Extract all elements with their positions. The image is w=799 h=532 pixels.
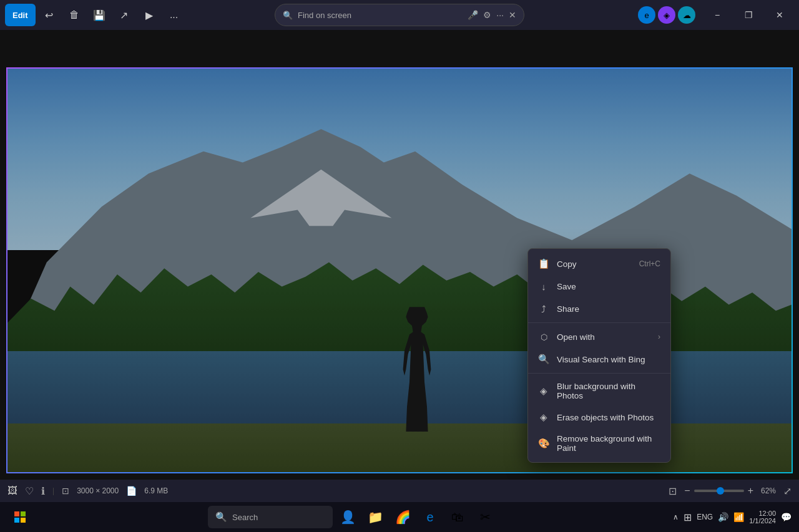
settings-icon[interactable]: ⚙ — [483, 10, 491, 20]
taskbar-search-text: Search — [232, 513, 258, 522]
context-menu-divider-2 — [528, 373, 670, 374]
view-mode-icon[interactable]: ⊡ — [669, 485, 677, 497]
blur-bg-label: Blur background with Photos — [557, 382, 660, 400]
save-button[interactable]: 💾 — [88, 4, 110, 26]
favorites-icon[interactable]: ♡ — [25, 485, 34, 497]
main-photo-area: 📋 Copy Ctrl+C ↓ Save ⤴ Share ⬡ Open with… — [0, 30, 799, 480]
mic-icon[interactable]: 🎤 — [468, 10, 478, 20]
taskbar-photos[interactable]: 🌈 — [390, 505, 415, 530]
context-menu-save[interactable]: ↓ Save — [528, 275, 670, 297]
erase-objects-label: Erase objects with Photos — [557, 413, 654, 422]
separator-1: | — [52, 486, 54, 495]
search-icon: 🔍 — [283, 11, 293, 20]
taskbar: 🔍 Search 👤 📁 🌈 e 🛍 ✂ ∧ ⊞ ENG 🔊 📶 12:001/… — [0, 502, 799, 532]
context-menu-blur-bg[interactable]: ◈ Blur background with Photos — [528, 376, 670, 406]
photo-container[interactable] — [6, 67, 793, 473]
share-label: Share — [557, 304, 579, 314]
zoom-thumb — [717, 487, 724, 495]
visual-search-label: Visual Search with Bing — [557, 355, 645, 364]
taskbar-edge[interactable]: e — [418, 505, 443, 530]
share-button[interactable]: ↗ — [113, 4, 135, 26]
copy-shortcut: Ctrl+C — [639, 259, 660, 268]
system-tray: ∧ ⊞ ENG 🔊 📶 12:001/1/2024 💬 — [673, 510, 792, 525]
zoom-in-button[interactable]: + — [748, 485, 753, 496]
tray-language[interactable]: ENG — [697, 513, 713, 521]
info-icon[interactable]: ℹ — [41, 485, 45, 497]
context-menu-share[interactable]: ⤴ Share — [528, 297, 670, 320]
tray-speaker[interactable]: 🔊 — [718, 512, 728, 522]
open-with-label: Open with — [557, 332, 595, 342]
taskbar-search-icon: 🔍 — [215, 511, 227, 523]
copy-icon: 📋 — [538, 258, 549, 269]
minimize-button[interactable]: − — [703, 4, 732, 26]
slideshow-button[interactable]: ▶ — [138, 4, 160, 26]
dimensions-icon: ⊡ — [62, 486, 69, 496]
context-menu: 📋 Copy Ctrl+C ↓ Save ⤴ Share ⬡ Open with… — [527, 248, 671, 463]
find-on-screen-bar[interactable]: 🔍 Find on screen 🎤 ⚙ ··· ✕ — [275, 4, 524, 26]
edit-button[interactable]: Edit — [5, 4, 36, 26]
edge-icon: e — [638, 6, 655, 24]
taskbar-left — [7, 505, 32, 530]
tray-widgets[interactable]: ⊞ — [684, 511, 692, 523]
tray-network[interactable]: 📶 — [733, 512, 744, 522]
remove-bg-label: Remove background with Paint — [557, 434, 660, 453]
photo-scene — [7, 69, 792, 472]
titlebar-right: e ◈ ☁ − ❐ ✕ — [638, 4, 794, 26]
context-menu-copy[interactable]: 📋 Copy Ctrl+C — [528, 253, 670, 275]
taskbar-store[interactable]: 🛍 — [445, 505, 470, 530]
taskbar-avatar[interactable]: 👤 — [335, 505, 360, 530]
maximize-button[interactable]: ❐ — [734, 4, 763, 26]
more-button[interactable]: ... — [163, 4, 185, 26]
search-bar-icons: 🎤 ⚙ ··· ✕ — [468, 10, 516, 20]
svg-rect-0 — [14, 511, 19, 516]
save-icon: ↓ — [538, 281, 549, 292]
blur-bg-icon: ◈ — [538, 385, 549, 397]
zoom-level: 62% — [761, 486, 776, 495]
status-bar: 🖼 ♡ ℹ | ⊡ 3000 × 2000 📄 6.9 MB ⊡ − + 62%… — [0, 480, 799, 502]
close-button[interactable]: ✕ — [765, 4, 794, 26]
share-icon: ⤴ — [538, 303, 549, 314]
paint-icon: 🎨 — [538, 438, 549, 449]
zoom-control[interactable]: − + — [684, 485, 753, 496]
title-bar: Edit ↩ 🗑 💾 ↗ ▶ ... 🔍 Find on screen 🎤 ⚙ … — [0, 0, 799, 30]
system-icons: e ◈ ☁ — [638, 6, 695, 24]
undo-button[interactable]: ↩ — [38, 4, 61, 26]
taskbar-center: 🔍 Search 👤 📁 🌈 e 🛍 ✂ — [32, 505, 673, 530]
taskbar-search[interactable]: 🔍 Search — [208, 506, 333, 528]
erase-icon: ◈ — [538, 412, 549, 423]
gallery-icon: 🖼 — [7, 485, 17, 496]
visual-search-icon: 🔍 — [538, 354, 549, 365]
context-menu-erase-objects[interactable]: ◈ Erase objects with Photos — [528, 406, 670, 428]
save-label: Save — [557, 282, 576, 291]
tray-time: 12:001/1/2024 — [749, 510, 776, 525]
titlebar-center: 🔍 Find on screen 🎤 ⚙ ··· ✕ — [275, 4, 524, 26]
windows-start-button[interactable] — [7, 505, 32, 530]
svg-rect-1 — [21, 511, 26, 516]
statusbar-right: ⊡ − + 62% ⤢ — [669, 485, 792, 497]
svg-rect-2 — [14, 518, 19, 523]
image-dimensions: 3000 × 2000 — [77, 486, 119, 495]
zoom-out-button[interactable]: − — [684, 485, 690, 496]
context-menu-divider-1 — [528, 322, 670, 323]
context-menu-remove-bg[interactable]: 🎨 Remove background with Paint — [528, 428, 670, 458]
context-menu-visual-search[interactable]: 🔍 Visual Search with Bing — [528, 348, 670, 370]
taskbar-explorer[interactable]: 📁 — [363, 505, 388, 530]
fit-icon[interactable]: ⤢ — [783, 485, 792, 497]
taskbar-snipping[interactable]: ✂ — [473, 505, 498, 530]
more-icon[interactable]: ··· — [496, 10, 504, 20]
dark-overlay — [7, 69, 792, 472]
tray-notification[interactable]: 💬 — [781, 512, 792, 522]
copy-label: Copy — [557, 259, 577, 269]
cloud-icon: ☁ — [678, 6, 695, 24]
taskbar-right: ∧ ⊞ ENG 🔊 📶 12:001/1/2024 💬 — [673, 510, 792, 525]
delete-button[interactable]: 🗑 — [63, 4, 86, 26]
tray-chevron[interactable]: ∧ — [673, 513, 679, 521]
svg-rect-3 — [21, 518, 26, 523]
filesize-icon: 📄 — [126, 486, 137, 496]
open-with-arrow: › — [658, 332, 660, 341]
context-menu-open-with[interactable]: ⬡ Open with › — [528, 326, 670, 348]
titlebar-left: Edit ↩ 🗑 💾 ↗ ▶ ... — [5, 4, 185, 26]
image-filesize: 6.9 MB — [144, 486, 168, 495]
zoom-slider[interactable] — [694, 490, 744, 492]
close-search-icon[interactable]: ✕ — [509, 10, 516, 20]
